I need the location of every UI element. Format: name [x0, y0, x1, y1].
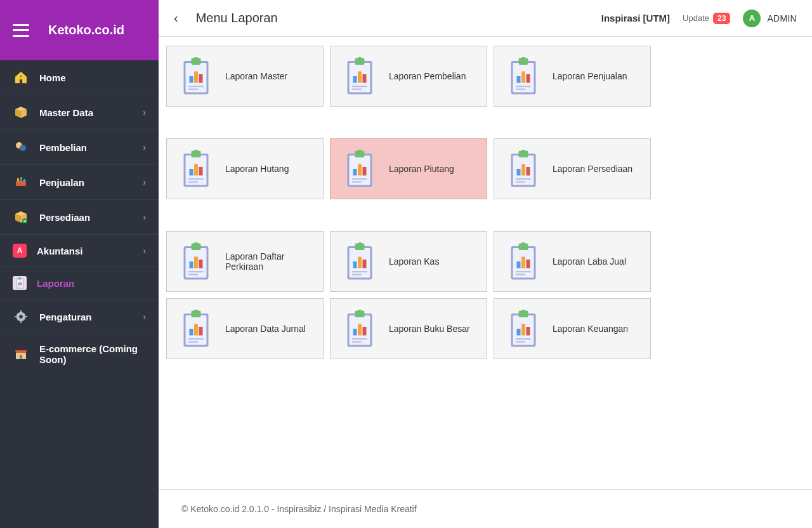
- report-clipboard-icon: [341, 150, 379, 188]
- sidebar-item-label: Akuntansi: [37, 246, 143, 256]
- card-label: Laporan Pembelian: [389, 71, 466, 81]
- report-clipboard-icon: [341, 57, 379, 95]
- card-laporan-keuangan[interactable]: Laporan Keuangan: [494, 298, 651, 359]
- card-laporan-kas[interactable]: Laporan Kas: [330, 231, 487, 292]
- svg-rect-24: [20, 355, 22, 359]
- chevron-right-icon: ›: [143, 177, 146, 187]
- sidebar-item-label: Pengaturan: [39, 312, 143, 322]
- report-clipboard-icon: [177, 242, 215, 280]
- footer: © Ketoko.co.id 2.0.1.0 - Inspirasibiz / …: [159, 489, 812, 528]
- card-laporan-piutang[interactable]: Laporan Piutang: [330, 138, 487, 199]
- sidebar-item-label: Penjualan: [39, 177, 143, 188]
- sidebar-item-persediaan[interactable]: Persediaan ›: [0, 199, 159, 234]
- accounting-icon: A: [13, 244, 27, 258]
- card-label: Laporan Buku Besar: [389, 324, 470, 334]
- card-label: Laporan Penjualan: [553, 71, 627, 81]
- card-laporan-laba-jual[interactable]: Laporan Laba Jual: [494, 231, 651, 292]
- purchase-icon: [13, 139, 29, 155]
- inventory-icon: [13, 209, 29, 225]
- card-laporan-buku-besar[interactable]: Laporan Buku Besar: [330, 298, 487, 359]
- chevron-right-icon: ›: [143, 246, 146, 256]
- card-laporan-daftar-perkiraan[interactable]: Laporan Daftar Perkiraan: [166, 231, 324, 292]
- svg-rect-20: [20, 320, 22, 323]
- svg-rect-22: [25, 316, 27, 317]
- sidebar: Ketoko.co.id Home Master Data › Pe: [0, 0, 159, 528]
- chevron-right-icon: ›: [143, 312, 146, 322]
- report-clipboard-icon: [504, 57, 542, 95]
- sidebar-item-ecommerce[interactable]: E-commerce (Coming Soon): [0, 334, 159, 374]
- topbar-right: Inspirasi [UTM] Update 23 A ADMIN: [601, 10, 797, 27]
- svg-rect-21: [15, 316, 17, 317]
- card-laporan-penjualan[interactable]: Laporan Penjualan: [494, 46, 651, 107]
- card-label: Laporan Data Jurnal: [225, 324, 306, 334]
- brand-title: Ketoko.co.id: [48, 23, 124, 37]
- report-clipboard-icon: [504, 310, 542, 348]
- report-clipboard-icon: [504, 242, 542, 280]
- svg-point-11: [20, 145, 26, 151]
- username: ADMIN: [767, 13, 797, 23]
- topbar: ‹ Menu Laporan Inspirasi [UTM] Update 23…: [159, 0, 812, 37]
- card-label: Laporan Persediaan: [553, 164, 632, 174]
- svg-rect-15: [23, 179, 25, 182]
- report-grid: Laporan Master Laporan Pembelian Laporan…: [166, 46, 804, 359]
- sidebar-item-akuntansi[interactable]: A Akuntansi ›: [0, 234, 159, 267]
- report-clipboard-icon: [177, 57, 215, 95]
- report-icon: [13, 276, 27, 290]
- brand-bar: Ketoko.co.id: [0, 0, 159, 60]
- svg-rect-19: [20, 310, 22, 313]
- svg-rect-13: [17, 178, 19, 182]
- sidebar-nav: Home Master Data › Pembelian ›: [0, 60, 159, 528]
- menu-toggle-icon[interactable]: [13, 24, 29, 37]
- card-label: Laporan Keuangan: [553, 324, 628, 334]
- card-laporan-data-jurnal[interactable]: Laporan Data Jurnal: [166, 298, 324, 359]
- page-title: Menu Laporan: [196, 11, 601, 25]
- sidebar-item-home[interactable]: Home: [0, 60, 159, 95]
- card-laporan-master[interactable]: Laporan Master: [166, 46, 324, 107]
- back-button[interactable]: ‹: [174, 11, 178, 25]
- main: ‹ Menu Laporan Inspirasi [UTM] Update 23…: [159, 0, 812, 528]
- update-badge: 23: [713, 13, 730, 24]
- box-icon: [13, 104, 29, 121]
- chevron-right-icon: ›: [143, 107, 146, 117]
- sidebar-item-label: Home: [39, 72, 146, 83]
- shop-icon: [13, 346, 29, 362]
- report-clipboard-icon: [177, 310, 215, 348]
- sidebar-item-label: Laporan: [37, 278, 146, 289]
- chevron-right-icon: ›: [143, 212, 146, 222]
- report-clipboard-icon: [341, 310, 379, 348]
- card-label: Laporan Kas: [389, 256, 439, 267]
- sidebar-item-label: Pembelian: [39, 142, 143, 153]
- svg-point-18: [19, 315, 23, 319]
- card-laporan-pembelian[interactable]: Laporan Pembelian: [330, 46, 487, 107]
- sidebar-item-label: Persediaan: [39, 212, 143, 223]
- sidebar-item-master-data[interactable]: Master Data ›: [0, 95, 159, 129]
- gear-icon: [13, 308, 29, 325]
- chevron-right-icon: ›: [143, 142, 146, 152]
- svg-rect-12: [16, 181, 26, 186]
- sidebar-item-penjualan[interactable]: Penjualan ›: [0, 164, 159, 199]
- report-clipboard-icon: [341, 242, 379, 280]
- footer-text: © Ketoko.co.id 2.0.1.0 - Inspirasibiz / …: [181, 504, 417, 514]
- card-label: Laporan Daftar Perkiraan: [225, 251, 313, 272]
- home-icon: [13, 69, 29, 86]
- org-name: Inspirasi [UTM]: [601, 13, 670, 23]
- sidebar-item-label: Master Data: [39, 107, 143, 118]
- report-clipboard-icon: [177, 150, 215, 188]
- svg-point-9: [20, 75, 22, 77]
- sidebar-item-pembelian[interactable]: Pembelian ›: [0, 129, 159, 164]
- sidebar-item-label: E-commerce (Coming Soon): [39, 343, 146, 365]
- card-label: Laporan Piutang: [389, 164, 454, 174]
- svg-rect-14: [20, 177, 22, 182]
- card-laporan-persediaan[interactable]: Laporan Persediaan: [494, 138, 651, 199]
- card-laporan-hutang[interactable]: Laporan Hutang: [166, 138, 324, 199]
- content: Laporan Master Laporan Pembelian Laporan…: [159, 37, 812, 489]
- report-clipboard-icon: [504, 150, 542, 188]
- sidebar-item-laporan[interactable]: Laporan: [0, 267, 159, 299]
- update-label: Update: [683, 13, 709, 23]
- card-label: Laporan Laba Jual: [553, 256, 626, 267]
- user-menu[interactable]: A ADMIN: [743, 10, 797, 27]
- sidebar-item-pengaturan[interactable]: Pengaturan ›: [0, 299, 159, 334]
- update-link[interactable]: Update 23: [683, 13, 730, 24]
- sales-icon: [13, 174, 29, 190]
- card-label: Laporan Hutang: [225, 164, 289, 174]
